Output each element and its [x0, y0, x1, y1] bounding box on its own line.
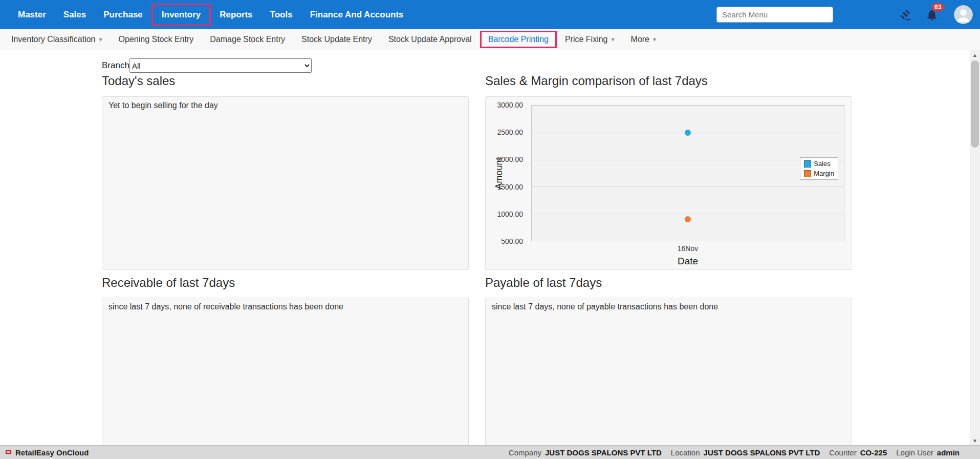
receivable-panel: since last 7 days, none of receivable tr… [102, 298, 469, 445]
status-bar: RetailEasy OnCloud Company JUST DOGS SPA… [0, 445, 980, 459]
y-tick-label: 500.00 [501, 237, 523, 245]
gridline [532, 186, 844, 187]
top-nav: Master Sales Purchase Inventory Reports … [0, 0, 980, 29]
company-value: JUST DOGS SPALONS PVT LTD [545, 448, 662, 457]
nav-finance-and-accounts[interactable]: Finance And Accounts [301, 0, 412, 29]
legend-label: Sales [814, 160, 831, 168]
gridline [532, 241, 844, 241]
nav-tools[interactable]: Tools [262, 0, 301, 29]
subnav-label: Damage Stock Entry [210, 35, 285, 44]
dashboard-content: Branch All Today's sales Sales & Margin … [0, 50, 970, 445]
legend-swatch [804, 160, 811, 168]
retaileasy-logo-icon [5, 448, 12, 457]
subnav-inventory-classification[interactable]: Inventory Classification ▾ [3, 35, 111, 44]
y-tick-label: 2000.00 [497, 155, 523, 163]
branch-select[interactable]: All [129, 58, 312, 73]
subnav-label: Inventory Classification [11, 35, 96, 44]
app-name: RetailEasy OnCloud [15, 448, 89, 457]
sales-margin-chart-title: Sales & Margin comparison of last 7days [485, 74, 708, 88]
payable-title: Payable of last 7days [485, 276, 602, 290]
chart-plot-area [531, 105, 844, 241]
notification-count-badge: 63 [932, 3, 944, 11]
subnav-label: Price Fixing [565, 35, 608, 44]
subnav-opening-stock-entry[interactable]: Opening Stock Entry [111, 35, 202, 44]
search-menu-input[interactable] [716, 7, 833, 23]
nav-purchase[interactable]: Purchase [95, 0, 151, 29]
company-label: Company [509, 448, 541, 457]
subnav-label: More [631, 35, 649, 44]
chevron-down-icon: ▾ [653, 36, 656, 43]
nav-sales[interactable]: Sales [55, 0, 95, 29]
legend-item-sales: Sales [804, 160, 834, 168]
gridline [532, 106, 844, 106]
nav-master[interactable]: Master [9, 0, 55, 29]
statusbar-counter: Counter CO-225 [829, 448, 887, 457]
login-user-label: Login User [896, 448, 933, 457]
counter-label: Counter [829, 448, 856, 457]
scroll-down-arrow[interactable]: ▼ [970, 436, 980, 445]
subnav-more[interactable]: More ▾ [623, 35, 664, 44]
legend-item-margin: Margin [804, 170, 834, 177]
subnav-label: Stock Update Approval [388, 35, 472, 44]
y-tick-label: 2500.00 [497, 128, 523, 136]
subnav-price-fixing[interactable]: Price Fixing ▾ [557, 35, 623, 44]
x-axis-label: Date [531, 256, 844, 267]
gridline [532, 160, 844, 160]
receivable-title: Receivable of last 7days [102, 276, 235, 290]
y-tick-label: 1500.00 [497, 183, 523, 191]
legend-swatch [804, 170, 811, 177]
payable-panel: since last 7 days, none of payable trans… [485, 298, 852, 445]
subnav-label: Barcode Printing [488, 35, 549, 44]
subnav-label: Opening Stock Entry [119, 35, 194, 44]
y-tick-label: 1000.00 [497, 210, 523, 218]
branch-label: Branch [102, 60, 129, 71]
statusbar-session-info: Company JUST DOGS SPALONS PVT LTD Locati… [499, 448, 960, 457]
chevron-down-icon: ▾ [99, 36, 102, 43]
receivable-message: since last 7 days, none of receivable tr… [108, 302, 462, 311]
subnav-label: Stock Update Entry [301, 35, 372, 44]
nav-reports[interactable]: Reports [211, 0, 261, 29]
x-axis-ticks: 16Nov [531, 244, 844, 254]
gavel-icon[interactable] [899, 8, 912, 22]
statusbar-app: RetailEasy OnCloud [5, 448, 89, 457]
statusbar-login-user: Login User admin [896, 448, 960, 457]
login-user-value: admin [937, 448, 960, 457]
nav-inventory[interactable]: Inventory [151, 4, 211, 26]
payable-message: since last 7 days, none of payable trans… [492, 302, 845, 311]
topnav-right-cluster: 63 [716, 5, 973, 24]
data-point-sales [685, 130, 691, 136]
gridline [532, 214, 844, 214]
data-point-margin [685, 216, 691, 222]
y-tick-label: 3000.00 [497, 101, 523, 109]
chart-legend: SalesMargin [800, 157, 838, 180]
statusbar-location: Location JUST DOGS SPALONS PVT LTD [671, 448, 820, 457]
location-value: JUST DOGS SPALONS PVT LTD [704, 448, 820, 457]
subnav-stock-update-entry[interactable]: Stock Update Entry [293, 35, 380, 44]
statusbar-company: Company JUST DOGS SPALONS PVT LTD [509, 448, 662, 457]
sales-margin-chart-panel: Amount 3000.002500.002000.001500.001000.… [485, 96, 852, 270]
y-axis-ticks: 3000.002500.002000.001500.001000.00500.0… [486, 105, 527, 241]
subnav-damage-stock-entry[interactable]: Damage Stock Entry [202, 35, 293, 44]
counter-value: CO-225 [860, 448, 887, 457]
user-avatar[interactable] [954, 5, 973, 24]
scroll-up-arrow[interactable]: ▲ [970, 50, 980, 59]
today-sales-title: Today's sales [102, 74, 175, 88]
subnav-stock-update-approval[interactable]: Stock Update Approval [380, 35, 480, 44]
today-sales-panel: Yet to begin selling for the day [102, 96, 469, 270]
x-tick-label: 16Nov [678, 244, 698, 253]
chevron-down-icon: ▾ [612, 36, 615, 43]
legend-label: Margin [814, 170, 834, 177]
branch-filter-row: Branch All [102, 58, 312, 73]
notification-bell-icon[interactable]: 63 [925, 8, 939, 22]
vertical-scrollbar[interactable]: ▲ ▼ [970, 50, 980, 445]
today-sales-message: Yet to begin selling for the day [108, 101, 462, 110]
scrollbar-thumb[interactable] [971, 60, 979, 148]
inventory-sub-nav: Inventory Classification ▾ Opening Stock… [0, 29, 980, 50]
subnav-barcode-printing[interactable]: Barcode Printing [480, 31, 557, 48]
location-label: Location [671, 448, 700, 457]
